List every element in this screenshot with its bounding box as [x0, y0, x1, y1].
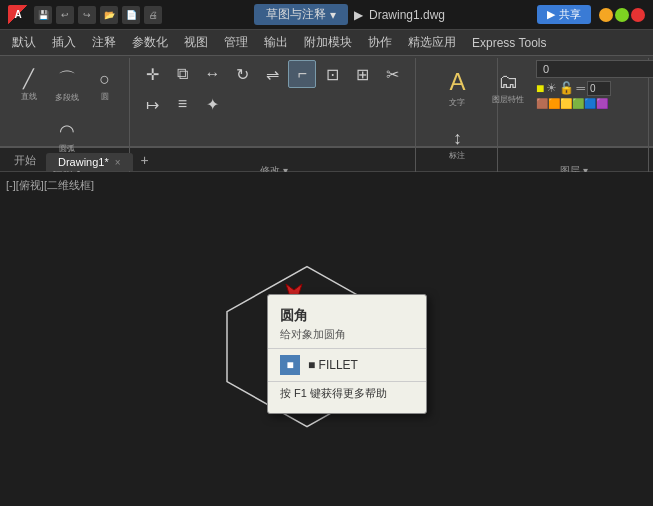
- tooltip-help-text: 按 F1 键获得更多帮助: [268, 381, 426, 405]
- redo-icon[interactable]: ↪: [78, 6, 96, 24]
- trim-tool-button[interactable]: ✂: [378, 60, 406, 88]
- menu-insert[interactable]: 插入: [44, 31, 84, 54]
- scale-icon: ⊡: [326, 65, 339, 84]
- app-logo: A: [8, 5, 28, 25]
- nav-arrow-icon: ▶: [354, 8, 363, 22]
- menu-bar: 默认 插入 注释 参数化 视图 管理 输出 附加模块 协作 精选应用 Expre…: [0, 30, 653, 56]
- rotate-tool-button[interactable]: ↻: [228, 60, 256, 88]
- scale-tool-button[interactable]: ⊡: [318, 60, 346, 88]
- ribbon: ╱ 直线 ⌒ 多段线 ○ 圆 ◠ 圆弧 绘图 ▾: [0, 56, 653, 148]
- circle-tool-button[interactable]: ○ 圆: [87, 60, 123, 110]
- menu-addons[interactable]: 附加模块: [296, 31, 360, 54]
- move-tool-button[interactable]: ✛: [138, 60, 166, 88]
- layer-properties-label: 图层特性: [492, 94, 524, 105]
- offset-tool-button[interactable]: ≡: [168, 90, 196, 118]
- workspace-selector[interactable]: 草图与注释 ▾: [254, 4, 348, 25]
- fillet-command-icon: ■: [280, 355, 300, 375]
- array-tool-button[interactable]: ⊞: [348, 60, 376, 88]
- layer-right-panel: 0 ▾ ■ ☀ 🔓 ═ 🟫🟧🟨🟩🟦🟪: [536, 60, 653, 115]
- save-icon[interactable]: 💾: [34, 6, 52, 24]
- drawing1-close-button[interactable]: ×: [115, 157, 121, 168]
- fillet-tooltip-popup: 圆角 给对象加圆角 ■ ■ FILLET 按 F1 键获得更多帮助: [267, 294, 427, 414]
- layer-selector-row: 0 ▾: [536, 60, 653, 78]
- draw-icons: ╱ 直线 ⌒ 多段线 ○ 圆 ◠ 圆弧: [10, 60, 123, 162]
- minimize-button[interactable]: [599, 8, 613, 22]
- dimension-tool-button[interactable]: ↕ 标注: [437, 117, 477, 172]
- stretch-icon: ↔: [204, 65, 220, 83]
- layer-lineweight-icon: ═: [576, 81, 585, 95]
- extend-tool-button[interactable]: ↦: [138, 90, 166, 118]
- share-label: 共享: [559, 7, 581, 22]
- tooltip-subtitle: 给对象加圆角: [268, 327, 426, 349]
- dimension-icon: ↕: [453, 128, 462, 149]
- open-icon[interactable]: 📂: [100, 6, 118, 24]
- plot-icon[interactable]: 🖨: [144, 6, 162, 24]
- color-swatches-row: 🟫🟧🟨🟩🟦🟪: [536, 98, 608, 109]
- maximize-button[interactable]: [615, 8, 629, 22]
- ribbon-group-layers: 🗂 图层特性 0 ▾ ■ ☀ 🔓 ═: [500, 58, 649, 180]
- annotation-icons: A 文字 ↕ 标注: [424, 60, 491, 172]
- line-tool-button[interactable]: ╱ 直线: [11, 60, 47, 110]
- fillet-icon: ⌐: [298, 65, 307, 83]
- window-controls: [599, 8, 645, 22]
- workspace-label: 草图与注释: [266, 6, 326, 23]
- menu-parametric[interactable]: 参数化: [124, 31, 176, 54]
- explode-tool-button[interactable]: ✦: [198, 90, 226, 118]
- polyline-tool-button[interactable]: ⌒ 多段线: [49, 60, 85, 110]
- layer-properties-button[interactable]: 🗂 图层特性: [484, 60, 532, 115]
- menu-collaborate[interactable]: 协作: [360, 31, 400, 54]
- title-bar-center: 草图与注释 ▾ ▶ Drawing1.dwg: [254, 4, 445, 25]
- layer-controls: 🗂 图层特性 0 ▾ ■ ☀ 🔓 ═: [484, 60, 653, 115]
- trim-icon: ✂: [386, 65, 399, 84]
- canvas-area[interactable]: [-][俯视][二维线框] 圆角 给对象加圆角 ■ ■ FILLET 按 F1 …: [0, 172, 653, 506]
- menu-featured[interactable]: 精选应用: [400, 31, 464, 54]
- menu-output[interactable]: 输出: [256, 31, 296, 54]
- share-button[interactable]: ▶ 共享: [537, 5, 591, 24]
- fillet-command-label: ■ FILLET: [308, 358, 358, 372]
- move-icon: ✛: [146, 65, 159, 84]
- title-bar-right: ▶ 共享: [537, 5, 645, 24]
- dimension-label: 标注: [449, 150, 465, 161]
- layer-sun-icon: ☀: [546, 81, 557, 95]
- extend-icon: ↦: [146, 95, 159, 114]
- undo-icon[interactable]: ↩: [56, 6, 74, 24]
- menu-default[interactable]: 默认: [4, 31, 44, 54]
- layer-status-icons: ■ ☀ 🔓 ═: [536, 80, 653, 96]
- new-tab-button[interactable]: +: [133, 149, 157, 171]
- new-icon[interactable]: 📄: [122, 6, 140, 24]
- menu-express-tools[interactable]: Express Tools: [464, 33, 554, 53]
- stretch-tool-button[interactable]: ↔: [198, 60, 226, 88]
- ribbon-group-modify: ✛ ⧉ ↔ ↻ ⇌ ⌐ ⊡: [132, 58, 416, 180]
- layer-dropdown[interactable]: 0: [536, 60, 653, 78]
- rotate-icon: ↻: [236, 65, 249, 84]
- layer-properties-icon: 🗂: [498, 70, 518, 93]
- text-tool-button[interactable]: A 文字: [437, 60, 477, 115]
- document-title: Drawing1.dwg: [369, 8, 445, 22]
- menu-manage[interactable]: 管理: [216, 31, 256, 54]
- menu-annotate[interactable]: 注释: [84, 31, 124, 54]
- layer-lock-icon: 🔓: [559, 81, 574, 95]
- title-bar-left: A 💾 ↩ ↪ 📂 📄 🖨: [8, 5, 162, 25]
- mirror-tool-button[interactable]: ⇌: [258, 60, 286, 88]
- view-label: [-][俯视][二维线框]: [6, 178, 94, 193]
- explode-icon: ✦: [206, 95, 219, 114]
- fillet-tool-button[interactable]: ⌐: [288, 60, 316, 88]
- text-label: 文字: [449, 97, 465, 108]
- text-icon: A: [449, 68, 465, 96]
- copy-icon: ⧉: [177, 65, 188, 83]
- layer-color-icon: ■: [536, 80, 544, 96]
- start-tab[interactable]: 开始: [4, 150, 46, 171]
- drawing1-tab[interactable]: Drawing1* ×: [46, 153, 133, 171]
- color-input[interactable]: [587, 81, 611, 96]
- circle-label: 圆: [101, 91, 109, 102]
- copy-tool-button[interactable]: ⧉: [168, 60, 196, 88]
- drawing1-tab-label: Drawing1*: [58, 156, 109, 168]
- title-bar: A 💾 ↩ ↪ 📂 📄 🖨 草图与注释 ▾ ▶ Drawing1.dwg ▶ 共…: [0, 0, 653, 30]
- offset-icon: ≡: [178, 95, 187, 113]
- polyline-icon: ⌒: [58, 67, 76, 91]
- close-button[interactable]: [631, 8, 645, 22]
- polyline-label: 多段线: [55, 92, 79, 103]
- menu-view[interactable]: 视图: [176, 31, 216, 54]
- line-icon: ╱: [23, 68, 34, 90]
- tooltip-fillet-row: ■ ■ FILLET: [268, 349, 426, 381]
